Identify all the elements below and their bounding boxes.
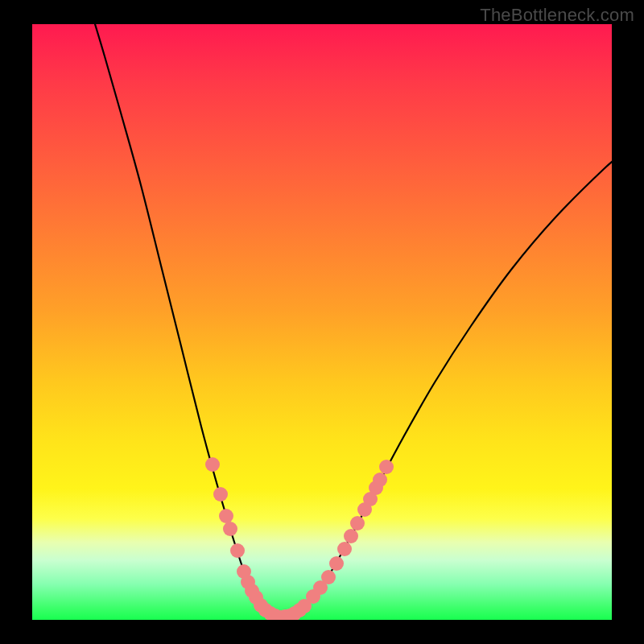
plot-area (32, 24, 612, 620)
marker-dot (329, 556, 344, 571)
marker-dot (213, 487, 228, 502)
marker-dot (337, 542, 352, 556)
bottleneck-markers (32, 24, 612, 620)
marker-dot (350, 516, 365, 530)
marker-dot (230, 543, 245, 558)
marker-dot (379, 460, 394, 474)
marker-dot (373, 473, 387, 487)
marker-dot (205, 457, 220, 472)
marker-dot (219, 509, 233, 523)
marker-dot (223, 522, 237, 536)
marker-dot (321, 570, 336, 584)
marker-dot (344, 529, 358, 543)
watermark-label: TheBottleneck.com (480, 5, 634, 26)
chart-canvas: TheBottleneck.com (0, 0, 644, 644)
